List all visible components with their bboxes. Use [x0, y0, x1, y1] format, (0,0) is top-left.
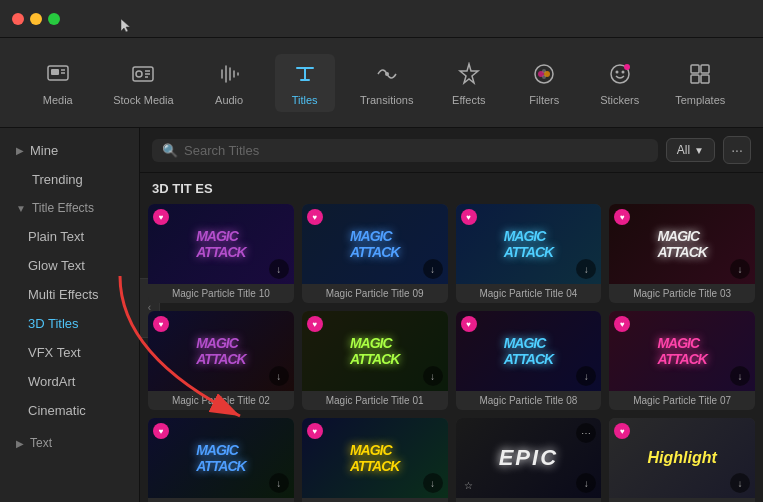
grid-thumb-mp02: MAGICATTACK ♥ ↓: [148, 311, 294, 391]
grid-thumb-mp07: MAGICATTACK ♥ ↓: [609, 311, 755, 391]
heart-icon: ♥: [153, 423, 169, 439]
heart-icon: ♥: [153, 316, 169, 332]
toolbar-item-audio[interactable]: Audio: [199, 54, 259, 112]
sidebar-item-cinematic-label: Cinematic: [28, 403, 86, 418]
search-input[interactable]: [184, 143, 648, 158]
filter-label: All: [677, 143, 690, 157]
svg-rect-16: [691, 65, 699, 73]
stock-media-icon: [129, 60, 157, 88]
sidebar-item-3d-titles-label: 3D Titles: [28, 316, 79, 331]
sidebar-item-plain-text-label: Plain Text: [28, 229, 84, 244]
toolbar-item-titles[interactable]: Titles: [275, 54, 335, 112]
grid-item-mp07[interactable]: MAGICATTACK ♥ ↓ Magic Particle Title 07: [609, 311, 755, 410]
grid-label-mp06: Magic Particle Title 06: [302, 498, 448, 502]
sidebar-item-title-effects[interactable]: ▼ Title Effects: [0, 194, 139, 222]
grid-item-mf01[interactable]: EPIC ☆ ↓ ⋯ Metal Flare 01: [456, 418, 602, 502]
filters-icon: [530, 60, 558, 88]
grid-item-mp01[interactable]: MAGICATTACK ♥ ↓ Magic Particle Title 01: [302, 311, 448, 410]
grid-item-mp04[interactable]: MAGICATTACK ♥ ↓ Magic Particle Title 04: [456, 204, 602, 303]
sidebar-item-vfx-text[interactable]: VFX Text: [0, 338, 139, 367]
grid-label-mp01: Magic Particle Title 01: [302, 391, 448, 410]
maximize-button[interactable]: [48, 13, 60, 25]
grid-thumb-mp03: MAGICATTACK ♥ ↓: [609, 204, 755, 284]
svg-point-5: [136, 71, 142, 77]
search-icon: 🔍: [162, 143, 178, 158]
close-button[interactable]: [12, 13, 24, 25]
media-icon: [44, 60, 72, 88]
toolbar-item-effects[interactable]: Effects: [439, 54, 499, 112]
grid-item-mp08[interactable]: MAGICATTACK ♥ ↓ Magic Particle Title 08: [456, 311, 602, 410]
grid-item-mp03[interactable]: MAGICATTACK ♥ ↓ Magic Particle Title 03: [609, 204, 755, 303]
grid-label-mp05: Magic Particle Title 05: [148, 498, 294, 502]
sidebar-item-wordart[interactable]: WordArt: [0, 367, 139, 396]
sidebar-item-text[interactable]: ▶ Text: [0, 429, 139, 457]
grid: MAGICATTACK ♥ ↓ Magic Particle Title 10 …: [148, 204, 755, 502]
grid-item-mp06[interactable]: MAGICATTACK ♥ ↓ Magic Particle Title 06: [302, 418, 448, 502]
grid-label-mp08: Magic Particle Title 08: [456, 391, 602, 410]
grid-label-mp09: Magic Particle Title 09: [302, 284, 448, 303]
svg-rect-18: [691, 75, 699, 83]
audio-label: Audio: [215, 94, 243, 106]
download-icon: ↓: [269, 366, 289, 386]
filter-button[interactable]: All ▼: [666, 138, 715, 162]
more-options-button[interactable]: ···: [723, 136, 751, 164]
titles-label: Titles: [292, 94, 318, 106]
stickers-label: Stickers: [600, 94, 639, 106]
stock-media-label: Stock Media: [113, 94, 174, 106]
audio-icon: [215, 60, 243, 88]
effects-icon: [455, 60, 483, 88]
grid-item-mp05[interactable]: MAGICATTACK ♥ ↓ Magic Particle Title 05: [148, 418, 294, 502]
grid-label-mp10: Magic Particle Title 10: [148, 284, 294, 303]
svg-point-10: [542, 69, 546, 73]
titles-icon: [291, 60, 319, 88]
sidebar-item-cinematic[interactable]: Cinematic: [0, 396, 139, 425]
download-icon: ↓: [423, 259, 443, 279]
chevron-right-icon-2: ▶: [16, 438, 24, 449]
download-icon: ↓: [730, 259, 750, 279]
heart-icon: ♥: [461, 316, 477, 332]
grid-item-mp02[interactable]: MAGICATTACK ♥ ↓ Magic Particle Title 02: [148, 311, 294, 410]
heart-icon: ♥: [153, 209, 169, 225]
templates-icon: [686, 60, 714, 88]
minimize-button[interactable]: [30, 13, 42, 25]
filters-label: Filters: [529, 94, 559, 106]
toolbar-item-stock-media[interactable]: Stock Media: [103, 54, 184, 112]
toolbar-item-transitions[interactable]: Transitions: [350, 54, 423, 112]
sidebar-item-title-effects-label: Title Effects: [32, 201, 94, 215]
grid-container: MAGICATTACK ♥ ↓ Magic Particle Title 10 …: [140, 200, 763, 502]
toolbar-item-templates[interactable]: Templates: [665, 54, 735, 112]
templates-label: Templates: [675, 94, 725, 106]
svg-point-11: [542, 75, 546, 79]
sidebar-item-multi-effects[interactable]: Multi Effects: [0, 280, 139, 309]
toolbar-item-stickers[interactable]: Stickers: [590, 54, 650, 112]
sidebar-item-plain-text[interactable]: Plain Text: [0, 222, 139, 251]
grid-item-mp10[interactable]: MAGICATTACK ♥ ↓ Magic Particle Title 10: [148, 204, 294, 303]
grid-item-mf04[interactable]: Highlight ♥ ↓ Metal Flare 04: [609, 418, 755, 502]
download-icon: ↓: [730, 366, 750, 386]
heart-icon: ♥: [461, 209, 477, 225]
heart-icon: ♥: [307, 316, 323, 332]
more-icon: ···: [731, 142, 743, 158]
grid-thumb-mf04: Highlight ♥ ↓: [609, 418, 755, 498]
grid-item-mp09[interactable]: MAGICATTACK ♥ ↓ Magic Particle Title 09: [302, 204, 448, 303]
toolbar-item-filters[interactable]: Filters: [514, 54, 574, 112]
sidebar-item-trending[interactable]: Trending: [0, 165, 139, 194]
sidebar-item-mine[interactable]: ▶ Mine: [0, 136, 139, 165]
grid-label-mp04: Magic Particle Title 04: [456, 284, 602, 303]
sidebar-item-mine-label: Mine: [30, 143, 58, 158]
grid-label-mp07: Magic Particle Title 07: [609, 391, 755, 410]
toolbar-item-media[interactable]: Media: [28, 54, 88, 112]
heart-icon: ♥: [307, 423, 323, 439]
download-icon: ↓: [269, 473, 289, 493]
svg-point-14: [621, 70, 624, 73]
chevron-right-icon: ▶: [16, 145, 24, 156]
svg-point-6: [385, 72, 389, 76]
sidebar-item-glow-text[interactable]: Glow Text: [0, 251, 139, 280]
transitions-label: Transitions: [360, 94, 413, 106]
chevron-down-icon-filter: ▼: [694, 145, 704, 156]
sidebar-item-multi-effects-label: Multi Effects: [28, 287, 99, 302]
sidebar-item-glow-text-label: Glow Text: [28, 258, 85, 273]
sidebar-item-3d-titles[interactable]: 3D Titles: [0, 309, 139, 338]
effects-label: Effects: [452, 94, 485, 106]
download-icon: ↓: [423, 366, 443, 386]
